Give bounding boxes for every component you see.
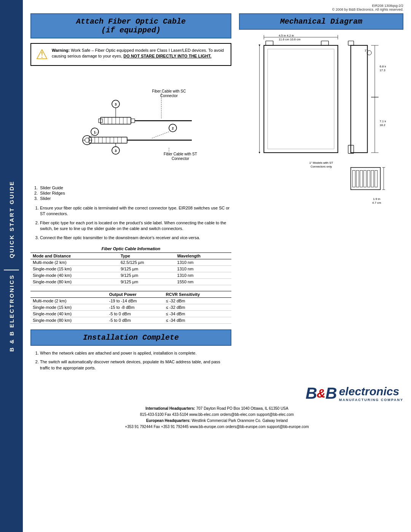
svg-rect-34 (348, 41, 354, 45)
logo-text-block: electronics MANUFACTURING COMPANY (339, 385, 403, 402)
sc-connector-label: Fiber Cable with SC (152, 89, 186, 93)
st-connector-label: Fiber Cable with ST (164, 152, 197, 156)
table-row: Single-mode (40 km)9/125 µm1310 nm (30, 272, 231, 278)
svg-rect-51 (360, 170, 363, 187)
warning-emphasis: DO NOT STARE DIRECTLY INTO THE LIGHT. (123, 54, 211, 58)
attach-fiber-title-line1: Attach Fiber Optic Cable (37, 17, 225, 26)
table-cell: ≤ -32 dBm (164, 304, 231, 310)
table-cell: 1310 nm (175, 265, 231, 272)
install-instructions: When the network cables are attached and… (30, 350, 231, 371)
warning-box: ⚠ Warning: Work Safe – Fiber Optic equip… (30, 43, 231, 66)
table-cell: -5 to 0 dBm (107, 310, 164, 317)
intl-hq-address: 707 Dayton Road PO Box 1040 Ottawa, IL 6… (195, 406, 288, 411)
logo-manufacturing-text: MANUFACTURING COMPANY (339, 398, 403, 402)
main-enclosure-front (264, 45, 338, 153)
main-content: EIR208 1308qsg-2/2 © 2008 by B&B Electro… (23, 0, 411, 532)
table-cell: 62.5/125 µm (118, 259, 175, 265)
table2: Output Power RCVR Sensitivity Multi-mode… (30, 291, 231, 324)
warning-icon: ⚠ (36, 48, 48, 61)
table-row: Single-mode (15 km)9/125 µm1310 nm (30, 265, 231, 272)
footer-logo: B & B electronics MANUFACTURING COMPANY (30, 384, 403, 403)
left-column: Attach Fiber Optic Cable (if equipped) ⚠… (30, 13, 231, 377)
table-cell: 9/125 µm (118, 278, 175, 285)
intl-hq-contact: 815-433-5100 Fax 433-5104 www.bb-elec.co… (30, 412, 403, 418)
header-info: EIR208 1308qsg-2/2 © 2008 by B&B Electro… (30, 4, 403, 11)
svg-text:1.9 in: 1.9 in (373, 197, 380, 201)
table-cell: 1310 nm (175, 259, 231, 265)
fiber-diagram-svg: Fiber Cable with SC Connector 3 (40, 72, 222, 178)
svg-rect-32 (321, 41, 328, 45)
sidebar-bottom-text: B & B ELECTRONICS (8, 274, 15, 352)
svg-text:1": 1" (365, 49, 367, 52)
svg-rect-30 (268, 49, 334, 149)
svg-rect-54 (371, 170, 374, 187)
part-2-label: Slider Ridges (40, 191, 65, 195)
svg-text:Connector: Connector (172, 157, 190, 161)
svg-text:4.5 in    4.2 in: 4.5 in 4.2 in (279, 34, 294, 37)
instruction-3: Connect the fiber optic transmitter to t… (40, 235, 231, 241)
mech-diagram-container: 6.8 in 17.3 cm 7.1 in 18.2 cm 4.5 in 4.2… (239, 34, 403, 219)
table2-col0 (30, 291, 107, 297)
svg-rect-52 (364, 170, 366, 187)
svg-text:2: 2 (172, 126, 174, 130)
instructions-list: Ensure your fiber optic cable is termina… (30, 205, 231, 241)
install-section: Installation Complete When the network c… (30, 329, 231, 371)
warning-label: Warning: (52, 48, 70, 53)
table-cell: -15 to -8 dBm (107, 304, 164, 310)
table-cell: Multi-mode (2 km) (30, 297, 107, 304)
table-cell: 1550 nm (175, 278, 231, 285)
sidebar-divider (4, 270, 19, 270)
doc-number: EIR208 1308qsg-2/2 (372, 4, 403, 8)
table-cell: Single-mode (40 km) (30, 310, 107, 317)
warning-body: Work Safe – Fiber Optic equipped models … (52, 48, 224, 58)
table-cell: Single-mode (40 km) (30, 272, 118, 278)
svg-text:4.7 cm: 4.7 cm (372, 201, 381, 204)
table-row: Multi-mode (2 km)-19 to -14 dBm≤ -32 dBm (30, 297, 231, 304)
svg-text:18.2 cm: 18.2 cm (379, 123, 386, 127)
svg-text:Connector: Connector (160, 94, 178, 98)
sidebar-top-text: QUICK START GUIDE (8, 181, 15, 258)
table-cell: Single-mode (80 km) (30, 278, 118, 285)
table-cell: 1310 nm (175, 272, 231, 278)
table-row: Single-mode (80 km)9/125 µm1550 nm (30, 278, 231, 285)
logo-ampersand: & (317, 387, 325, 401)
table-cell: -19 to -14 dBm (107, 297, 164, 304)
logo-electronics-text: electronics (339, 385, 399, 398)
svg-rect-50 (356, 170, 359, 187)
instruction-2: Fiber optic type for each port is locate… (40, 220, 231, 232)
svg-line-29 (152, 132, 169, 138)
footer-addresses: International Headquarters: 707 Dayton R… (30, 406, 403, 430)
table-row: Single-mode (80 km)-5 to 0 dBm≤ -34 dBm (30, 317, 231, 323)
table-row: Single-mode (40 km)-5 to 0 dBm≤ -34 dBm (30, 310, 231, 317)
table-cell: 9/125 µm (118, 272, 175, 278)
install-title: Installation Complete (37, 333, 225, 342)
svg-point-21 (85, 138, 89, 142)
svg-rect-55 (375, 170, 378, 187)
fiber-diagram-area: Fiber Cable with SC Connector 3 (30, 72, 231, 180)
mech-diagram-header: Mechanical Diagram (239, 13, 403, 30)
table-cell: ≤ -32 dBm (164, 297, 231, 304)
table-cell: Multi-mode (2 km) (30, 259, 118, 265)
right-column: Mechanical Diagram (239, 13, 403, 377)
svg-text:3: 3 (115, 149, 116, 153)
table-cell: ≤ -34 dBm (164, 317, 231, 323)
attach-fiber-title-line2: (if equipped) (37, 26, 225, 35)
table-cell: -5 to 0 dBm (107, 317, 164, 323)
sc-collar-right (131, 119, 135, 123)
svg-text:11.6 cm   10.6 cm: 11.6 cm 10.6 cm (279, 38, 300, 41)
logo-b2: B (325, 384, 336, 403)
table1: Mode and Distance Type Wavelength Multi-… (30, 252, 231, 285)
svg-text:Connectors only: Connectors only (311, 165, 332, 168)
svg-text:17.3 cm: 17.3 cm (379, 69, 386, 72)
mech-diagram-svg: 6.8 in 17.3 cm 7.1 in 18.2 cm 4.5 in 4.2… (256, 34, 386, 219)
footer-section: B & B electronics MANUFACTURING COMPANY … (30, 384, 403, 430)
table-row: Single-mode (15 km)-15 to -8 dBm≤ -32 dB… (30, 304, 231, 310)
intl-hq-label: International Headquarters: (145, 406, 195, 411)
svg-rect-53 (367, 170, 370, 187)
svg-text:1" Models with ST: 1" Models with ST (309, 161, 333, 165)
table-cell: Single-mode (15 km) (30, 304, 107, 310)
svg-rect-49 (353, 170, 355, 187)
install-instruction-1: When the network cables are attached and… (40, 350, 231, 356)
two-col-layout: Attach Fiber Optic Cable (if equipped) ⚠… (30, 13, 403, 377)
table-row: Multi-mode (2 km)62.5/125 µm1310 nm (30, 259, 231, 265)
